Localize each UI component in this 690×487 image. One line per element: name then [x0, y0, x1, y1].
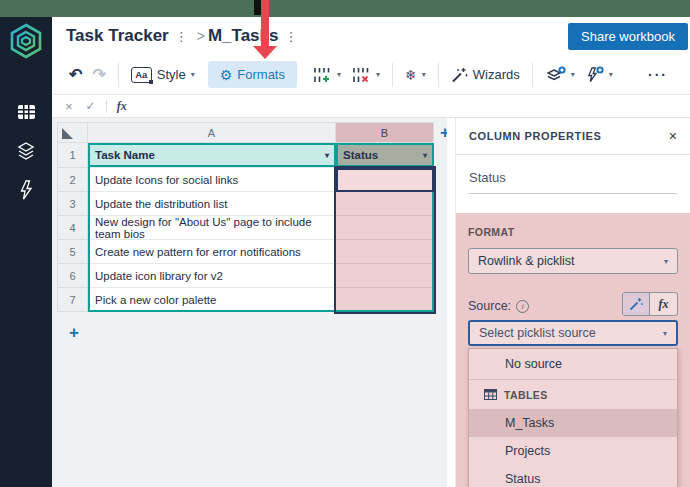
menu-item-projects[interactable]: Projects [469, 437, 677, 465]
toolbar-overflow-button[interactable]: ··· [648, 67, 668, 83]
menu-group-tables: TABLES [469, 380, 677, 409]
column-header-row: A B + [57, 122, 447, 143]
status-header-cell[interactable]: Status ▾ [336, 143, 434, 168]
sidebar-item-layers[interactable] [13, 139, 39, 163]
toolbar-separator [392, 63, 393, 87]
add-column-button[interactable]: + [434, 122, 447, 143]
workbook-kebab-menu-icon[interactable]: ⋮ [175, 29, 188, 44]
main-area: Task Tracker ⋮ > M_Tasks ⋮ Share workboo… [52, 17, 690, 487]
table-row: 7 Pick a new color palette [57, 288, 447, 312]
task-name-header-cell[interactable]: Task Name ▾ [88, 143, 336, 168]
select-all-corner[interactable] [57, 122, 88, 143]
sidebar-item-spreadsheets[interactable] [13, 100, 39, 124]
toolbar: ↶ ↷ Aa Style ▾ ⚙ Formats ▾ [52, 55, 690, 95]
row-number[interactable]: 7 [57, 288, 88, 312]
format-type-select[interactable]: Rowlink & picklist ▾ [468, 248, 678, 274]
toolbar-separator [118, 63, 119, 87]
style-button[interactable]: Aa Style ▾ [126, 63, 200, 87]
style-aa-icon: Aa [131, 67, 152, 83]
lightning-icon [17, 180, 35, 200]
table-row: 3 Update the distribution list [57, 192, 447, 216]
format-section: FORMAT Rowlink & picklist ▾ Source: i [456, 213, 690, 487]
picklist-source-select[interactable]: Select picklist source ▾ [468, 320, 678, 346]
freeze-button[interactable]: ❄ ▾ [400, 64, 431, 86]
annotation-arrow-shaft [261, 0, 269, 47]
menu-item-status[interactable]: Status [469, 465, 677, 487]
wizards-button[interactable]: Wizards [446, 63, 525, 87]
status-cell[interactable] [336, 240, 434, 264]
formula-mode-button[interactable]: fx [650, 293, 677, 315]
magic-wand-icon [451, 67, 468, 83]
formula-confirm-icon[interactable]: ✓ [86, 99, 96, 113]
picklist-source-menu: No source TABLES M_Tasks Projects Status [468, 348, 678, 487]
left-sidebar [0, 17, 52, 487]
row-number[interactable]: 3 [57, 192, 88, 216]
spreadsheet-grid: A B + 1 Task Name ▾ Status ▾ 2 Update Ic… [52, 118, 447, 487]
style-label: Style [157, 67, 186, 82]
breadcrumb-separator: > [197, 28, 205, 44]
chevron-down-icon: ▾ [337, 70, 341, 79]
row-number[interactable]: 1 [57, 143, 88, 168]
info-icon[interactable]: i [516, 300, 529, 313]
table-row: 5 Create new pattern for error notificat… [57, 240, 447, 264]
chevron-down-icon[interactable]: ▾ [325, 151, 329, 160]
status-cell[interactable] [336, 192, 434, 216]
menu-item-no-source[interactable]: No source [469, 349, 677, 380]
undo-button[interactable]: ↶ [64, 64, 87, 86]
column-properties-panel: COLUMN PROPERTIES × Status FORMAT Rowlin… [455, 118, 690, 487]
column-name-field[interactable]: Status [469, 170, 677, 194]
task-cell[interactable]: Update Icons for social links [88, 168, 336, 192]
add-element-button[interactable]: ▾ [540, 62, 580, 87]
menu-item-m-tasks[interactable]: M_Tasks [469, 409, 677, 437]
format-type-value: Rowlink & picklist [478, 254, 575, 268]
chevron-down-icon[interactable]: ▾ [423, 151, 427, 160]
task-cell[interactable]: Create new pattern for error notificatio… [88, 240, 336, 264]
status-cell[interactable] [336, 168, 434, 192]
row-number[interactable]: 4 [57, 216, 88, 240]
add-column-tool-button[interactable]: ▾ [307, 63, 346, 87]
chevron-down-icon: ▾ [609, 70, 613, 79]
share-workbook-button[interactable]: Share workbook [568, 23, 688, 50]
toolbar-separator [438, 63, 439, 87]
gear-icon: ⚙ [220, 68, 233, 82]
row-number[interactable]: 2 [57, 168, 88, 192]
status-cell[interactable] [336, 288, 434, 312]
source-label-text: Source: [468, 299, 511, 313]
close-icon[interactable]: × [669, 128, 677, 144]
select-all-triangle-icon [62, 128, 73, 139]
workbook-title: Task Tracker [66, 26, 169, 46]
task-cell[interactable]: Pick a new color palette [88, 288, 336, 312]
column-header-b[interactable]: B [336, 122, 434, 143]
window-top-strip [0, 0, 690, 17]
table-row: 6 Update icon library for v2 [57, 264, 447, 288]
row-number[interactable]: 6 [57, 264, 88, 288]
picklist-mode-button[interactable] [623, 293, 650, 315]
task-name-header-label: Task Name [95, 149, 155, 161]
column-header-a[interactable]: A [88, 122, 336, 143]
magic-wand-icon [629, 297, 643, 311]
sidebar-item-actions[interactable] [13, 178, 39, 202]
layers-icon [15, 140, 37, 162]
task-cell[interactable]: New design for "About Us" page to includ… [88, 216, 336, 240]
task-cell[interactable]: Update icon library for v2 [88, 264, 336, 288]
row-number[interactable]: 5 [57, 240, 88, 264]
formats-button[interactable]: ⚙ Formats [208, 61, 297, 88]
status-cell[interactable] [336, 264, 434, 288]
wizards-label: Wizards [473, 67, 520, 82]
table-row: 1 Task Name ▾ Status ▾ [57, 143, 447, 168]
status-cell[interactable] [336, 216, 434, 240]
add-action-button[interactable]: ▾ [580, 62, 618, 87]
redo-button[interactable]: ↷ [87, 64, 110, 86]
source-mode-toggle: fx [622, 292, 678, 316]
source-label: Source: i [468, 299, 529, 316]
formula-cancel-icon[interactable]: × [65, 99, 73, 114]
task-cell[interactable]: Update the distribution list [88, 192, 336, 216]
chevron-down-icon: ▾ [422, 70, 426, 79]
toolbar-separator [532, 63, 533, 87]
page-kebab-menu-icon[interactable]: ⋮ [284, 29, 297, 44]
add-row-button[interactable]: + [69, 323, 79, 343]
columns-delete-icon [351, 67, 371, 83]
delete-column-tool-button[interactable]: ▾ [346, 63, 385, 87]
formula-bar-separator [106, 100, 107, 113]
app-header: Task Tracker ⋮ > M_Tasks ⋮ Share workboo… [52, 17, 690, 55]
